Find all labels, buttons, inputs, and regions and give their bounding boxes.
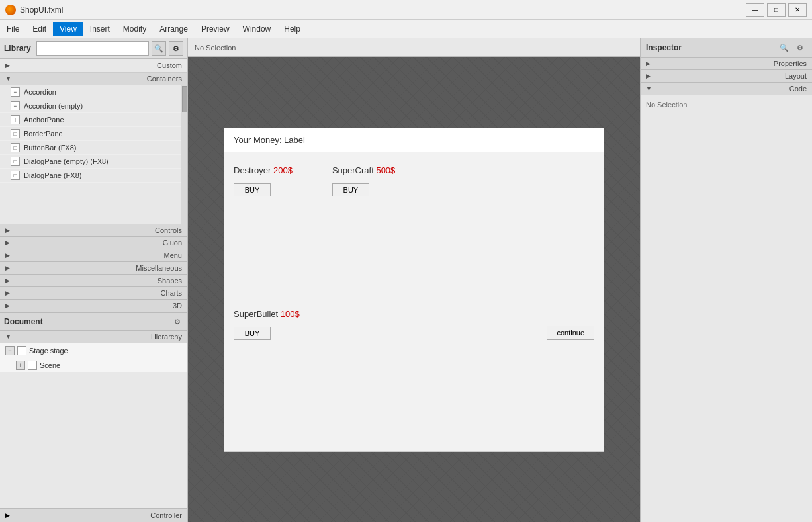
shop-panel: Your Money: Label Destroyer 200$ BUY [224, 128, 604, 452]
miscellaneous-triangle-icon: ▶ [5, 265, 10, 271]
list-item[interactable]: ≡ Accordion (empty) [0, 99, 181, 113]
library-search-button[interactable]: 🔍 [152, 41, 166, 56]
code-section[interactable]: ▼ Code [641, 83, 812, 95]
stage-node-icon [17, 346, 26, 355]
shop-items-row-top: Destroyer 200$ BUY SuperCraft 500$ BUY [234, 165, 594, 196]
containers-triangle-icon: ▼ [5, 75, 11, 82]
superbullet-name: SuperBullet 100$ [234, 309, 300, 319]
3d-section[interactable]: ▶ 3D [0, 300, 187, 312]
gluon-section[interactable]: ▶ Gluon [0, 237, 187, 249]
library-label: Library [4, 44, 31, 53]
library-list: ≡ Accordion ≡ Accordion (empty) + Anchor… [0, 85, 181, 224]
maximize-button[interactable]: □ [767, 3, 786, 17]
shapes-section[interactable]: ▶ Shapes [0, 275, 187, 287]
inspector-settings-button[interactable]: ⚙ [793, 41, 807, 54]
controller-bar[interactable]: ▶ Controller [0, 508, 187, 522]
library-search-input[interactable] [36, 41, 149, 56]
gluon-triangle-icon: ▶ [5, 239, 10, 246]
list-item[interactable]: □ BorderPane [0, 127, 181, 141]
layout-section[interactable]: ▶ Layout [641, 70, 812, 83]
center-canvas: No Selection Your Money: Label Destroyer… [188, 38, 640, 522]
shapes-triangle-icon: ▶ [5, 277, 10, 284]
menu-view[interactable]: View [53, 22, 83, 36]
shop-item-destroyer: Destroyer 200$ BUY [234, 165, 293, 196]
shop-item-superbullet: SuperBullet 100$ BUY [234, 309, 300, 340]
library-scrollbar[interactable] [181, 85, 187, 224]
superbullet-buy-button[interactable]: BUY [234, 327, 271, 340]
gluon-label: Gluon [10, 239, 182, 247]
shop-item-supercraft: SuperCraft 500$ BUY [332, 165, 395, 196]
close-button[interactable]: ✕ [788, 3, 807, 17]
left-panel: Library 🔍 ⚙ ▶ Custom ▼ Containers ≡ Acco… [0, 38, 188, 522]
menu-file[interactable]: File [0, 22, 26, 36]
minimize-button[interactable]: — [746, 3, 764, 17]
hierarchy-triangle-icon: ▼ [5, 333, 11, 340]
list-item[interactable]: □ ButtonBar (FX8) [0, 141, 181, 155]
properties-label: Properties [651, 60, 807, 67]
menu-modify[interactable]: Modify [116, 22, 153, 36]
code-label: Code [652, 85, 807, 93]
charts-section[interactable]: ▶ Charts [0, 287, 187, 300]
list-item[interactable]: □ DialogPane (FX8) [0, 169, 181, 183]
controls-section[interactable]: ▶ Controls [0, 224, 187, 237]
menu-help[interactable]: Help [277, 22, 307, 36]
menu-label: Menu [10, 251, 182, 259]
hierarchy-item-stage[interactable]: − Stage stage [0, 343, 187, 358]
scrollbar-thumb[interactable] [182, 86, 187, 112]
custom-section-row[interactable]: ▶ Custom [0, 59, 187, 73]
accordion-icon: ≡ [11, 87, 20, 97]
code-triangle-icon: ▼ [646, 85, 652, 92]
menu-insert[interactable]: Insert [83, 22, 116, 36]
list-item[interactable]: + AnchorPane [0, 113, 181, 127]
canvas-area[interactable]: Your Money: Label Destroyer 200$ BUY [188, 57, 640, 522]
inspector-header: Inspector 🔍 ⚙ [641, 38, 812, 58]
inspector-no-selection: No Selection [641, 95, 812, 114]
list-item[interactable]: □ DialogPane (empty) (FX8) [0, 155, 181, 169]
titlebar: ShopUI.fxml — □ ✕ [0, 0, 812, 20]
destroyer-name: Destroyer 200$ [234, 165, 293, 175]
right-panel: Inspector 🔍 ⚙ ▶ Properties ▶ Layout ▼ Co… [640, 38, 812, 522]
hierarchy-label: Hierarchy [11, 333, 182, 341]
3d-triangle-icon: ▶ [5, 302, 10, 309]
menu-section[interactable]: ▶ Menu [0, 249, 187, 262]
supercraft-name: SuperCraft 500$ [332, 165, 395, 175]
window-title: ShopUI.fxml [20, 5, 63, 15]
destroyer-buy-button[interactable]: BUY [234, 183, 271, 196]
stage-collapse-icon[interactable]: − [5, 346, 15, 355]
borderpane-icon: □ [11, 129, 20, 138]
document-header: Document ⚙ [0, 313, 187, 331]
inspector-search-button[interactable]: 🔍 [778, 41, 791, 54]
properties-section[interactable]: ▶ Properties [641, 58, 812, 70]
list-item[interactable]: ≡ Accordion [0, 85, 181, 99]
custom-triangle-icon: ▶ [5, 62, 10, 69]
containers-section-row[interactable]: ▼ Containers [0, 73, 187, 85]
menu-window[interactable]: Window [236, 22, 278, 36]
charts-triangle-icon: ▶ [5, 290, 10, 296]
document-label: Document [4, 317, 43, 326]
document-settings-button[interactable]: ⚙ [171, 316, 183, 327]
controller-label: Controller [13, 511, 182, 519]
shapes-label: Shapes [10, 277, 182, 284]
shop-bottom-row: SuperBullet 100$ BUY continue [234, 309, 594, 347]
selection-bar: No Selection [188, 38, 640, 57]
library-settings-button[interactable]: ⚙ [169, 41, 183, 56]
dialogpane-icon: □ [11, 171, 20, 180]
inspector-label: Inspector [646, 43, 682, 52]
miscellaneous-section[interactable]: ▶ Miscellaneous [0, 262, 187, 275]
menu-edit[interactable]: Edit [26, 22, 53, 36]
controls-triangle-icon: ▶ [5, 227, 10, 234]
scene-expand-icon[interactable]: + [16, 361, 25, 370]
controller-triangle-icon: ▶ [5, 512, 10, 519]
continue-button[interactable]: continue [547, 326, 594, 340]
custom-section-label: Custom [13, 62, 182, 69]
hierarchy-item-scene[interactable]: + Scene [0, 358, 187, 372]
library-header: Library 🔍 ⚙ [0, 38, 187, 59]
hierarchy-row: ▼ Hierarchy [0, 331, 187, 343]
menu-preview[interactable]: Preview [195, 22, 236, 36]
dialogpane-empty-icon: □ [11, 157, 20, 166]
3d-label: 3D [10, 302, 182, 310]
supercraft-buy-button[interactable]: BUY [332, 183, 369, 196]
menu-arrange[interactable]: Arrange [153, 22, 195, 36]
layout-triangle-icon: ▶ [646, 73, 651, 79]
miscellaneous-label: Miscellaneous [10, 264, 182, 272]
